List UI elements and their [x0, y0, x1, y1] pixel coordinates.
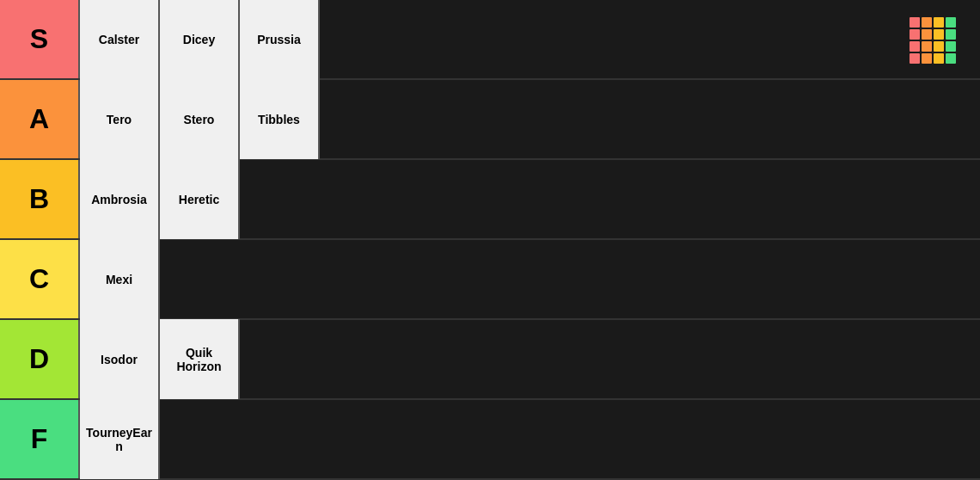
logo-cell [934, 41, 944, 52]
tier-label-c: C [0, 240, 80, 318]
tier-row-c: CMexi [0, 240, 980, 320]
tier-row-b: BAmbrosiaHeretic [0, 160, 980, 240]
logo-grid [910, 17, 956, 64]
tier-row-a: ATeroSteroTibbles [0, 80, 980, 160]
tier-items-c: Mexi [80, 240, 160, 318]
logo-cell [922, 29, 932, 40]
tier-label-f: F [0, 400, 80, 478]
logo-cell [910, 17, 920, 28]
logo-cell [922, 17, 932, 28]
tiermaker-logo [910, 17, 963, 64]
tier-items-d: IsodorQuik Horizon [80, 320, 240, 398]
logo-cell [934, 17, 944, 28]
tier-item[interactable]: Calster [80, 0, 160, 79]
tier-label-s: S [0, 0, 80, 78]
tier-empty-space [320, 80, 980, 158]
logo-cell [946, 29, 956, 40]
logo-cell [922, 41, 932, 52]
logo-cell [946, 17, 956, 28]
tier-empty-space [160, 400, 980, 478]
logo-cell [946, 53, 956, 64]
tier-row-s: SCalsterDiceyPrussia [0, 0, 980, 80]
tier-empty-space [320, 0, 980, 78]
logo-cell [934, 53, 944, 64]
tier-rows: SCalsterDiceyPrussiaATeroSteroTibblesBAm… [0, 0, 980, 480]
tier-item[interactable]: Ambrosia [80, 159, 160, 239]
tier-empty-space [160, 240, 980, 318]
tier-empty-space [240, 160, 980, 238]
tier-label-b: B [0, 160, 80, 238]
tier-empty-space [240, 320, 980, 398]
logo-cell [910, 53, 920, 64]
tier-items-f: TourneyEarn [80, 400, 160, 478]
logo-cell [922, 53, 932, 64]
logo-cell [934, 29, 944, 40]
logo-cell [910, 29, 920, 40]
tier-item[interactable]: Quik Horizon [160, 319, 240, 399]
tier-item[interactable]: Tibbles [240, 79, 320, 159]
tier-label-d: D [0, 320, 80, 398]
logo-cell [910, 41, 920, 52]
tier-row-d: DIsodorQuik Horizon [0, 320, 980, 400]
tier-items-b: AmbrosiaHeretic [80, 160, 240, 238]
tier-item[interactable]: Isodor [80, 319, 160, 399]
tier-item[interactable]: Mexi [80, 239, 160, 319]
header [892, 0, 980, 80]
tier-item[interactable]: Tero [80, 79, 160, 159]
tier-label-a: A [0, 80, 80, 158]
tier-row-f: FTourneyEarn [0, 400, 980, 480]
tier-item[interactable]: Prussia [240, 0, 320, 79]
logo-cell [946, 41, 956, 52]
tier-items-s: CalsterDiceyPrussia [80, 0, 320, 78]
tier-item[interactable]: Dicey [160, 0, 240, 79]
tier-item[interactable]: Heretic [160, 159, 240, 239]
tier-list-container: SCalsterDiceyPrussiaATeroSteroTibblesBAm… [0, 0, 980, 480]
tier-items-a: TeroSteroTibbles [80, 80, 320, 158]
tier-item[interactable]: TourneyEarn [80, 399, 160, 479]
tier-item[interactable]: Stero [160, 79, 240, 159]
